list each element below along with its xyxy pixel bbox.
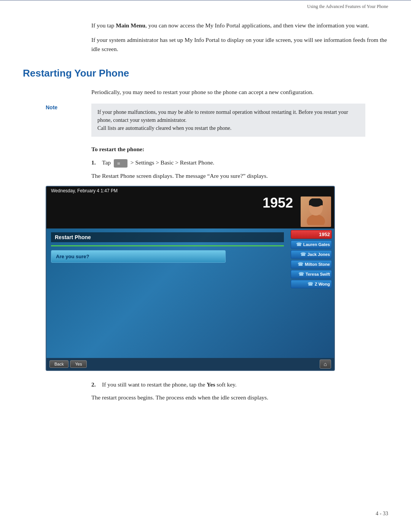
back-button[interactable]: Back [49, 360, 68, 368]
phone-icon-lauren: ☎ [296, 242, 302, 247]
avatar [301, 197, 331, 227]
contact-btn-jack[interactable]: ☎ Jack Jones [291, 250, 332, 259]
yes-button[interactable]: Yes [70, 360, 87, 368]
step-1: 1. Tap > Settings > Basic > Restart Phon… [91, 158, 388, 167]
step-1-num: 1. [91, 158, 102, 167]
settings-icon[interactable] [114, 159, 127, 168]
yes-bold: Yes [207, 381, 215, 388]
note-text-2: Call lists are automatically cleared whe… [97, 125, 231, 131]
intro-para-1: If you tap Main Menu, you can now access… [91, 21, 388, 30]
phone-screenshot: Wednesday, February 4 1:47 PM 1952 [46, 186, 335, 371]
contact-jack-label: Jack Jones [307, 252, 330, 257]
contact-zwong-label: Z Wong [315, 282, 330, 286]
step-2-num: 2. [91, 380, 102, 389]
phone-body: Restart Phone Are you sure? 1952 ☎ Laure… [46, 228, 334, 358]
svg-rect-4 [309, 201, 323, 205]
step-1-post: > Settings > Basic > Restart Phone. [131, 159, 214, 166]
phone-sidebar: 1952 ☎ Lauren Gates ☎ Jack Jones ☎ Milto… [288, 228, 334, 358]
main-menu-bold: Main Menu [116, 22, 145, 29]
home-button[interactable]: ⌂ [320, 359, 331, 369]
step-1-content: Tap > Settings > Basic > Restart Phone. [102, 158, 388, 167]
phone-icon-milton: ☎ [298, 262, 303, 267]
phone-icon-teresa: ☎ [298, 272, 304, 277]
contact-lauren-label: Lauren Gates [303, 242, 330, 247]
contact-1952-label: 1952 [319, 232, 330, 237]
note-content: If your phone malfunctions, you may be a… [91, 104, 365, 137]
intro-para-2: If your system administrator has set up … [91, 35, 388, 54]
step-2: 2. If you still want to restart the phon… [91, 380, 388, 389]
step-2-pre: If you still want to restart the phone, … [102, 381, 207, 388]
contact-btn-teresa[interactable]: ☎ Teresa Swift [291, 270, 332, 278]
contact-btn-1952[interactable]: 1952 [291, 230, 332, 239]
description-para: Periodically, you may need to restart yo… [91, 88, 388, 97]
note-box: Note If your phone malfunctions, you may… [46, 104, 365, 137]
note-label: Note [46, 104, 91, 137]
contact-milton-label: Milton Stone [305, 262, 330, 267]
step-1-note: The Restart Phone screen displays. The m… [91, 171, 388, 181]
step-2-content: If you still want to restart the phone, … [102, 380, 237, 389]
page-header: Using the Advanced Features of Your Phon… [0, 0, 411, 10]
phone-header-bar: Restart Phone [51, 232, 284, 242]
contact-teresa-label: Teresa Swift [306, 272, 330, 276]
step-2-post: soft key. [215, 381, 236, 388]
process-note: The restart process begins. The process … [91, 393, 388, 402]
page-number: 4 - 33 [376, 511, 388, 517]
avatar-image [301, 197, 331, 227]
green-divider [51, 245, 284, 246]
phone-main: Restart Phone Are you sure? [46, 228, 288, 358]
phone-icon-zwong: ☎ [307, 281, 313, 287]
phone-icon-jack: ☎ [300, 252, 306, 257]
phone-date-time: Wednesday, February 4 1:47 PM [51, 188, 118, 193]
contact-btn-milton[interactable]: ☎ Milton Stone [291, 260, 332, 268]
phone-extension: 1952 [258, 195, 298, 228]
note-text-1: If your phone malfunctions, you may be a… [97, 109, 348, 123]
header-title: Using the Advanced Features of Your Phon… [307, 4, 388, 9]
section-heading: Restarting Your Phone [23, 67, 388, 79]
restart-phone-label: Restart Phone [55, 234, 91, 240]
svg-point-1 [307, 214, 325, 225]
sub-heading: To restart the phone: [91, 146, 388, 153]
contact-btn-zwong[interactable]: ☎ Z Wong [291, 280, 332, 288]
are-you-sure-box: Are you sure? [51, 250, 226, 263]
step-1-pre: Tap [102, 159, 111, 166]
contact-btn-lauren[interactable]: ☎ Lauren Gates [291, 240, 332, 249]
phone-footer: Back Yes ⌂ [46, 358, 334, 370]
are-you-sure-text: Are you sure? [56, 254, 89, 259]
phone-top-bar: Wednesday, February 4 1:47 PM [46, 187, 334, 195]
